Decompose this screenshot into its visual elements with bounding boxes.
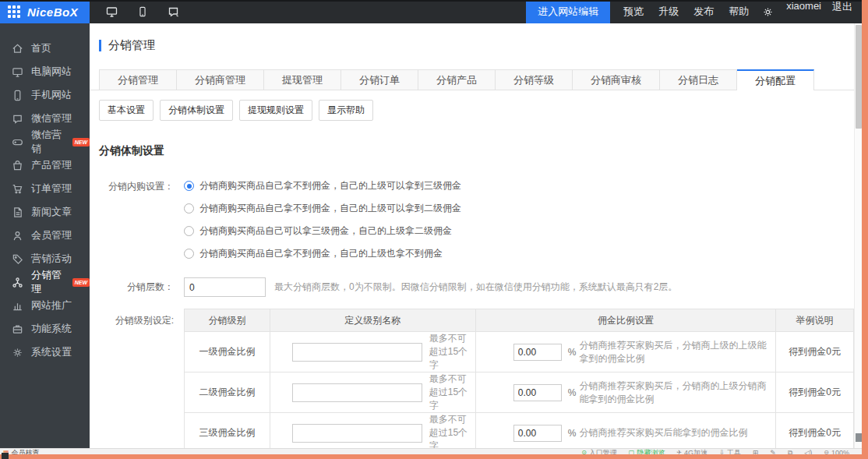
settings-gear-icon[interactable] xyxy=(762,0,774,23)
enter-site-editor-button[interactable]: 进入网站编辑 xyxy=(526,0,610,23)
sidebar-item-products[interactable]: 产品管理 xyxy=(0,154,90,177)
desktop-view-icon[interactable] xyxy=(105,5,118,18)
pen-icon[interactable]: ✎ xyxy=(770,449,776,454)
capture-frame-right xyxy=(862,0,868,459)
status-right: ⊙入口管理 ▢隐藏浏览 ✈4G加速 ⇩工具 ⊞ ✎ ⧉ ◁) ⊖100% xyxy=(581,449,849,454)
pct-desc: 分销商推荐买家购买后，分销商上级的上级能拿到的佣金比例 xyxy=(579,339,775,365)
radio-button[interactable] xyxy=(184,226,194,236)
app-window: NiceBoX 进入网站编辑 预览 升级 发布 帮助 xiaomei 退出 首页… xyxy=(0,0,868,459)
brand-logo: NiceBoX xyxy=(27,5,78,19)
subtab-show-help[interactable]: 显示帮助 xyxy=(319,100,373,121)
level3-pct-input[interactable] xyxy=(513,425,562,442)
gamepad-icon xyxy=(12,136,23,148)
tab-distributor-review[interactable]: 分销商审核 xyxy=(573,69,660,90)
sidebar-item-pc-site[interactable]: 电脑网站 xyxy=(0,60,90,83)
tab-distribution-products[interactable]: 分销产品 xyxy=(418,69,496,90)
sidebar-item-news[interactable]: 新闻文章 xyxy=(0,200,90,224)
sound-icon[interactable]: ◁) xyxy=(804,449,812,454)
grid-view-icon[interactable]: ⊞ xyxy=(753,449,759,454)
status-item-speedup[interactable]: ✈4G加速 xyxy=(676,449,707,454)
sidebar-item-label: 产品管理 xyxy=(31,158,72,172)
logo-area[interactable]: NiceBoX xyxy=(0,0,90,23)
gear-icon xyxy=(12,347,23,358)
radio-option-label: 分销商购买商品自己拿不到佣金，自己的上级可以拿到二级佣金 xyxy=(199,202,461,215)
username-label[interactable]: xiaomei xyxy=(786,0,821,23)
publish-link[interactable]: 发布 xyxy=(693,5,714,19)
sidebar-item-function-system[interactable]: 功能系统 xyxy=(0,317,90,341)
sidebar-item-marketing[interactable]: 营销活动 xyxy=(0,247,90,270)
level-cell: 三级佣金比例 xyxy=(185,413,270,449)
subtab-system-settings[interactable]: 分销体制设置 xyxy=(160,100,233,121)
cart-icon xyxy=(12,183,23,195)
briefcase-icon xyxy=(12,323,23,335)
subtab-basic-settings[interactable]: 基本设置 xyxy=(99,100,153,121)
level-cell: 二级佣金比例 xyxy=(185,372,270,413)
status-strip: ▦ 会员核查 ⊙入口管理 ▢隐藏浏览 ✈4G加速 ⇩工具 ⊞ ✎ ⧉ ◁) ⊖1… xyxy=(0,448,862,454)
sidebar-item-members[interactable]: 会员管理 xyxy=(0,224,90,247)
subtab-withdraw-rules[interactable]: 提现规则设置 xyxy=(239,100,312,121)
scrollbar-bottom-button[interactable] xyxy=(856,433,862,442)
level1-name-input[interactable] xyxy=(292,343,422,362)
level3-name-input[interactable] xyxy=(292,424,422,443)
tab-distribution-config[interactable]: 分销配置 xyxy=(737,69,814,90)
radio-button[interactable] xyxy=(184,249,194,259)
example-cell: 得到佣金0元 xyxy=(776,413,854,449)
status-item-tools[interactable]: ⇩工具 xyxy=(719,449,741,454)
example-cell: 得到佣金0元 xyxy=(776,332,854,372)
layers-input[interactable] xyxy=(184,277,266,297)
window-top-edge xyxy=(0,0,862,2)
radio-button-selected[interactable] xyxy=(184,181,194,191)
sidebar-item-wechat-mgmt[interactable]: 微信管理 xyxy=(0,107,90,130)
page-icon: ▢ xyxy=(629,449,635,454)
status-item-entry[interactable]: ⊙入口管理 xyxy=(581,449,617,454)
scrollbar-thumb[interactable] xyxy=(856,25,862,129)
title-accent-bar xyxy=(99,40,101,51)
upgrade-link[interactable]: 升级 xyxy=(658,5,679,19)
window-icon[interactable]: ⧉ xyxy=(788,449,792,454)
radio-button[interactable] xyxy=(184,203,194,214)
apps-grid-icon[interactable] xyxy=(8,5,20,18)
tab-distribution-orders[interactable]: 分销订单 xyxy=(341,69,418,90)
tab-withdrawal-mgmt[interactable]: 提现管理 xyxy=(264,69,341,90)
sidebar-item-promotion[interactable]: 网站推广 xyxy=(0,294,90,317)
tab-distribution-logs[interactable]: 分销日志 xyxy=(660,69,737,90)
sidebar-item-mobile-site[interactable]: 手机网站 xyxy=(0,83,90,107)
preview-link[interactable]: 预览 xyxy=(623,5,644,19)
sidebar: 首页 电脑网站 手机网站 微信管理 微信营销 NEW 产品管理 订单管理 xyxy=(0,23,90,449)
tab-distribution-mgmt[interactable]: 分销管理 xyxy=(99,69,177,90)
radio-option-row: 分销商购买商品自己可以拿三级佣金，自己的上级拿二级佣金 xyxy=(174,220,461,242)
logout-link[interactable]: 退出 xyxy=(832,0,852,23)
zoom-level[interactable]: ⊖100% xyxy=(824,449,849,454)
table-row-level1: 一级佣金比例 最多不可超过15个字 %分销商推荐买家购买后，分销商上级的上级能拿… xyxy=(185,332,854,372)
help-link[interactable]: 帮助 xyxy=(729,5,749,19)
tab-distribution-levels[interactable]: 分销等级 xyxy=(496,69,573,90)
percent-sign: % xyxy=(568,428,577,439)
level2-name-input[interactable] xyxy=(292,383,422,402)
pct-desc: 分销商推荐买家购买后，分销商的上级分销商能拿到的佣金比例 xyxy=(579,380,775,406)
status-item-hide-browse[interactable]: ▢隐藏浏览 xyxy=(629,449,665,454)
sidebar-item-orders[interactable]: 订单管理 xyxy=(0,177,90,200)
level2-pct-input[interactable] xyxy=(513,384,562,401)
topbar: NiceBoX 进入网站编辑 预览 升级 发布 帮助 xiaomei 退出 xyxy=(0,0,862,23)
tab-distributor-mgmt[interactable]: 分销商管理 xyxy=(177,69,264,90)
vertical-scrollbar[interactable] xyxy=(854,23,862,448)
status-left-label: 会员核查 xyxy=(12,449,40,454)
level1-pct-input[interactable] xyxy=(513,344,562,361)
mobile-view-icon[interactable] xyxy=(137,5,148,18)
wechat-view-icon[interactable] xyxy=(167,5,180,18)
sidebar-item-system-settings[interactable]: 系统设置 xyxy=(0,341,90,364)
chart-icon xyxy=(12,300,23,312)
tag-icon xyxy=(12,253,23,265)
capture-frame-bottom xyxy=(0,454,868,459)
sidebar-item-distribution[interactable]: 分销管理 NEW xyxy=(0,270,90,294)
sidebar-item-label: 会员管理 xyxy=(31,228,72,242)
layers-label: 分销层数： xyxy=(99,281,174,294)
sidebar-item-home[interactable]: 首页 xyxy=(0,37,90,60)
sidebar-item-label: 分销管理 xyxy=(31,268,69,296)
zoom-icon: ⊖ xyxy=(824,449,829,454)
table-row-level3: 三级佣金比例 最多不可超过15个字 %分销商推荐买家购买后能拿到的佣金比例 得到… xyxy=(185,413,854,449)
layers-row: 分销层数： 最大分销商层数，0为不限制。因微信分销限制，如在微信使用分销功能，系… xyxy=(99,277,854,297)
sidebar-item-wechat-marketing[interactable]: 微信营销 NEW xyxy=(0,130,90,154)
example-cell: 得到佣金0元 xyxy=(776,372,854,413)
layers-hint: 最大分销商层数，0为不限制。因微信分销限制，如在微信使用分销功能，系统默认最高只… xyxy=(274,281,677,294)
